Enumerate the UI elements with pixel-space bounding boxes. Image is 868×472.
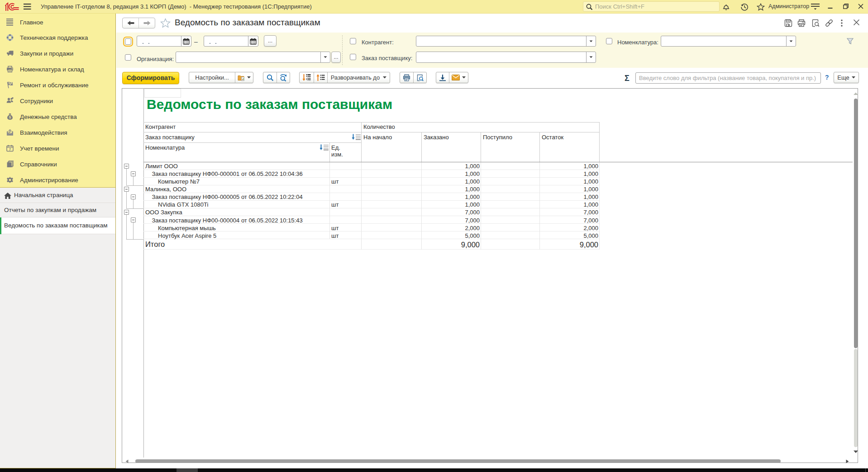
organization-select-button[interactable]: ... — [331, 52, 341, 63]
report-row[interactable]: Заказ поставщику НФ00-000004 от 06.05.20… — [143, 216, 599, 224]
get-link-icon[interactable] — [825, 19, 833, 27]
help-link[interactable]: ? — [825, 74, 829, 81]
sidebar-item-6[interactable]: SДенежные средства — [0, 109, 115, 125]
column-header-begin[interactable]: На начало — [363, 134, 392, 141]
print-icon[interactable] — [797, 19, 806, 27]
organization-combo[interactable] — [176, 52, 330, 63]
sidebar-item-7[interactable]: Взаимодействия — [0, 125, 115, 141]
nomenclature-dropdown-button[interactable] — [786, 36, 796, 46]
sidebar-item-3[interactable]: Номенклатура и склад — [0, 61, 115, 77]
generate-button[interactable]: Сформировать — [122, 72, 179, 84]
column-header-nomenclature[interactable]: Номенклатура — [145, 144, 185, 151]
collapse-group-button[interactable] — [131, 171, 136, 176]
vertical-scrollbar-track[interactable] — [854, 349, 858, 447]
organization-dropdown-button[interactable] — [320, 52, 330, 62]
report-row[interactable]: NVidia GTX 1080Tiшт1,0001,000 — [143, 201, 599, 208]
hamburger-menu-icon[interactable] — [24, 4, 33, 10]
scroll-down-icon[interactable] — [853, 450, 858, 453]
favorites-star-icon[interactable] — [757, 3, 765, 11]
date-from-input[interactable] — [137, 36, 191, 47]
totals-sigma-icon[interactable]: Σ — [625, 74, 630, 83]
column-header-qty[interactable]: Количество — [363, 123, 395, 130]
date-to-calendar-button[interactable] — [248, 36, 258, 46]
more-button[interactable]: Еще — [834, 72, 858, 83]
report-row[interactable]: Компьютерная мышьшт2,0002,000 — [143, 224, 599, 231]
sidebar-tab-supplier-orders-report[interactable]: Ведомость по заказам поставщикам — [0, 217, 115, 234]
back-button[interactable] — [123, 18, 138, 28]
report-row[interactable]: Заказ поставщику НФ00-000001 от 06.05.20… — [143, 170, 599, 178]
filter-funnel-icon[interactable] — [847, 38, 854, 45]
period-checkbox[interactable] — [125, 38, 131, 45]
report-row[interactable]: Малинка, ООО1,0001,000 — [143, 185, 599, 193]
settings-button[interactable]: Настройки... — [189, 72, 235, 83]
scroll-right-icon[interactable] — [846, 459, 849, 463]
sidebar-item-5[interactable]: Сотрудники — [0, 93, 115, 109]
report-row[interactable]: Лимит ООО1,0001,000 — [143, 162, 599, 170]
main-menu-icon[interactable] — [811, 4, 820, 10]
nomenclature-checkbox[interactable] — [606, 38, 612, 44]
report-row[interactable]: Компьютер №7шт1,0001,000 — [143, 178, 599, 185]
collapse-groups-button[interactable] — [314, 72, 327, 83]
collapse-group-button[interactable] — [124, 164, 129, 169]
period-options-button[interactable]: ... — [264, 35, 277, 47]
nomenclature-combo[interactable] — [661, 36, 796, 47]
choose-settings-button[interactable] — [235, 72, 253, 83]
current-user[interactable]: Администратор — [768, 0, 809, 13]
supplier-order-combo[interactable] — [416, 52, 596, 63]
quick-filter-input[interactable]: Введите слово для фильтра (название това… — [635, 72, 821, 84]
expand-groups-button[interactable] — [300, 72, 314, 83]
favorite-star-icon[interactable] — [160, 18, 171, 28]
organization-checkbox[interactable] — [125, 54, 131, 61]
global-search-input[interactable]: Поиск Ctrl+Shift+F — [583, 1, 720, 12]
print-preview-icon[interactable] — [811, 19, 820, 27]
print-preview-button[interactable] — [413, 72, 426, 83]
collapse-group-button[interactable] — [131, 194, 136, 199]
supplier-order-checkbox[interactable] — [350, 54, 356, 60]
sidebar-item-home[interactable]: Начальная страница — [0, 188, 115, 203]
supplier-order-dropdown-button[interactable] — [586, 52, 596, 62]
collapse-group-button[interactable] — [124, 187, 129, 192]
column-header-received[interactable]: Поступило — [483, 134, 512, 141]
find-button[interactable] — [263, 72, 277, 83]
sidebar-item-9[interactable]: Справочники — [0, 156, 115, 172]
save-icon[interactable] — [784, 19, 792, 27]
counterparty-dropdown-button[interactable] — [586, 36, 596, 46]
expand-to-button[interactable]: Разворачивать до — [327, 72, 390, 83]
counterparty-combo[interactable] — [416, 36, 596, 47]
column-header-rest[interactable]: Остаток — [542, 134, 563, 141]
date-from-calendar-button[interactable] — [181, 36, 191, 46]
scroll-up-icon[interactable] — [853, 92, 858, 95]
date-to-input[interactable] — [204, 36, 258, 47]
counterparty-checkbox[interactable] — [350, 38, 356, 44]
save-result-button[interactable] — [436, 72, 449, 83]
sidebar-item-1[interactable]: Техническая поддержка — [0, 30, 115, 46]
close-window-icon[interactable] — [858, 4, 863, 9]
close-tab-icon[interactable] — [853, 19, 860, 26]
reset-search-button[interactable] — [277, 72, 290, 83]
sidebar-item-4[interactable]: Ремонт и обслуживание — [0, 77, 115, 93]
report-row[interactable]: Ноутбук Acer Aspire 5шт5,0005,000 — [143, 231, 599, 239]
notifications-bell-icon[interactable] — [722, 3, 730, 11]
report-row[interactable]: Заказ поставщику НФ00-000005 от 06.05.20… — [143, 193, 599, 201]
column-header-order[interactable]: Заказ поставщику — [145, 134, 195, 141]
sidebar-item-8[interactable]: 7Учет времени — [0, 141, 115, 156]
send-email-button[interactable] — [449, 72, 468, 83]
sidebar-item-2[interactable]: Закупки и продажи — [0, 46, 115, 61]
collapse-group-button[interactable] — [131, 217, 136, 222]
sidebar-item-10[interactable]: Администрирование — [0, 172, 115, 188]
sort-icon[interactable] — [320, 144, 329, 151]
sort-icon[interactable] — [352, 134, 361, 140]
report-total-row[interactable]: Итого9,0009,000 — [143, 239, 599, 250]
collapse-group-button[interactable] — [124, 210, 129, 215]
sidebar-tab-reports[interactable]: Отчеты по закупкам и продажам — [0, 203, 115, 217]
column-header-unit[interactable]: Ед.изм. — [331, 144, 343, 158]
column-header-counterparty[interactable]: Контрагент — [145, 123, 176, 130]
vertical-scrollbar-thumb[interactable] — [854, 99, 858, 348]
forward-button[interactable] — [138, 18, 155, 28]
sidebar-item-0[interactable]: Главное — [0, 14, 115, 30]
minimize-window-icon[interactable] — [828, 4, 833, 9]
horizontal-scrollbar-thumb[interactable] — [135, 459, 781, 463]
report-row[interactable]: ООО Закупка7,0007,000 — [143, 208, 599, 216]
history-icon[interactable] — [740, 3, 749, 11]
more-actions-icon[interactable] — [840, 19, 844, 27]
